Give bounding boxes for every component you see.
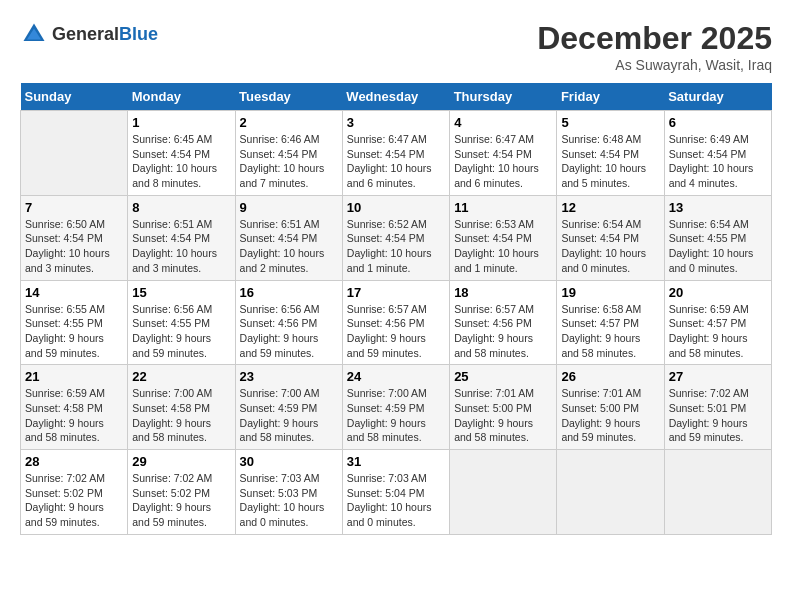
calendar-cell: 16Sunrise: 6:56 AMSunset: 4:56 PMDayligh… [235, 280, 342, 365]
weekday-header-thursday: Thursday [450, 83, 557, 111]
day-info: Sunrise: 7:02 AMSunset: 5:01 PMDaylight:… [669, 386, 767, 445]
day-info: Sunrise: 6:58 AMSunset: 4:57 PMDaylight:… [561, 302, 659, 361]
calendar-cell: 24Sunrise: 7:00 AMSunset: 4:59 PMDayligh… [342, 365, 449, 450]
day-number: 8 [132, 200, 230, 215]
calendar-cell: 30Sunrise: 7:03 AMSunset: 5:03 PMDayligh… [235, 450, 342, 535]
day-number: 4 [454, 115, 552, 130]
day-number: 9 [240, 200, 338, 215]
day-info: Sunrise: 6:53 AMSunset: 4:54 PMDaylight:… [454, 217, 552, 276]
day-info: Sunrise: 7:02 AMSunset: 5:02 PMDaylight:… [25, 471, 123, 530]
day-info: Sunrise: 6:54 AMSunset: 4:54 PMDaylight:… [561, 217, 659, 276]
day-info: Sunrise: 6:48 AMSunset: 4:54 PMDaylight:… [561, 132, 659, 191]
day-info: Sunrise: 7:00 AMSunset: 4:59 PMDaylight:… [347, 386, 445, 445]
day-number: 5 [561, 115, 659, 130]
day-number: 26 [561, 369, 659, 384]
calendar-cell: 3Sunrise: 6:47 AMSunset: 4:54 PMDaylight… [342, 111, 449, 196]
day-number: 28 [25, 454, 123, 469]
location-text: As Suwayrah, Wasit, Iraq [537, 57, 772, 73]
day-number: 1 [132, 115, 230, 130]
day-number: 25 [454, 369, 552, 384]
day-number: 13 [669, 200, 767, 215]
day-info: Sunrise: 6:57 AMSunset: 4:56 PMDaylight:… [347, 302, 445, 361]
day-info: Sunrise: 6:56 AMSunset: 4:55 PMDaylight:… [132, 302, 230, 361]
calendar-cell: 19Sunrise: 6:58 AMSunset: 4:57 PMDayligh… [557, 280, 664, 365]
day-number: 6 [669, 115, 767, 130]
calendar-cell: 11Sunrise: 6:53 AMSunset: 4:54 PMDayligh… [450, 195, 557, 280]
day-info: Sunrise: 7:00 AMSunset: 4:59 PMDaylight:… [240, 386, 338, 445]
weekday-header-saturday: Saturday [664, 83, 771, 111]
day-info: Sunrise: 6:51 AMSunset: 4:54 PMDaylight:… [240, 217, 338, 276]
logo-blue-text: Blue [119, 24, 158, 44]
day-number: 12 [561, 200, 659, 215]
day-info: Sunrise: 6:45 AMSunset: 4:54 PMDaylight:… [132, 132, 230, 191]
day-info: Sunrise: 6:47 AMSunset: 4:54 PMDaylight:… [347, 132, 445, 191]
day-number: 19 [561, 285, 659, 300]
day-number: 15 [132, 285, 230, 300]
day-number: 27 [669, 369, 767, 384]
calendar-cell: 12Sunrise: 6:54 AMSunset: 4:54 PMDayligh… [557, 195, 664, 280]
calendar-cell: 7Sunrise: 6:50 AMSunset: 4:54 PMDaylight… [21, 195, 128, 280]
calendar-cell: 1Sunrise: 6:45 AMSunset: 4:54 PMDaylight… [128, 111, 235, 196]
calendar-week-row: 1Sunrise: 6:45 AMSunset: 4:54 PMDaylight… [21, 111, 772, 196]
calendar-cell: 27Sunrise: 7:02 AMSunset: 5:01 PMDayligh… [664, 365, 771, 450]
weekday-header-sunday: Sunday [21, 83, 128, 111]
calendar-cell: 25Sunrise: 7:01 AMSunset: 5:00 PMDayligh… [450, 365, 557, 450]
logo-icon [20, 20, 48, 48]
calendar-cell: 18Sunrise: 6:57 AMSunset: 4:56 PMDayligh… [450, 280, 557, 365]
weekday-header-friday: Friday [557, 83, 664, 111]
calendar-cell [664, 450, 771, 535]
day-number: 29 [132, 454, 230, 469]
calendar-cell: 26Sunrise: 7:01 AMSunset: 5:00 PMDayligh… [557, 365, 664, 450]
day-info: Sunrise: 7:03 AMSunset: 5:03 PMDaylight:… [240, 471, 338, 530]
month-year-title: December 2025 [537, 20, 772, 57]
day-info: Sunrise: 7:02 AMSunset: 5:02 PMDaylight:… [132, 471, 230, 530]
day-info: Sunrise: 6:46 AMSunset: 4:54 PMDaylight:… [240, 132, 338, 191]
calendar-cell: 22Sunrise: 7:00 AMSunset: 4:58 PMDayligh… [128, 365, 235, 450]
calendar-cell: 17Sunrise: 6:57 AMSunset: 4:56 PMDayligh… [342, 280, 449, 365]
day-number: 20 [669, 285, 767, 300]
day-info: Sunrise: 6:52 AMSunset: 4:54 PMDaylight:… [347, 217, 445, 276]
calendar-week-row: 7Sunrise: 6:50 AMSunset: 4:54 PMDaylight… [21, 195, 772, 280]
calendar-week-row: 14Sunrise: 6:55 AMSunset: 4:55 PMDayligh… [21, 280, 772, 365]
calendar-cell [557, 450, 664, 535]
day-number: 30 [240, 454, 338, 469]
calendar-cell: 13Sunrise: 6:54 AMSunset: 4:55 PMDayligh… [664, 195, 771, 280]
calendar-cell: 23Sunrise: 7:00 AMSunset: 4:59 PMDayligh… [235, 365, 342, 450]
day-number: 31 [347, 454, 445, 469]
calendar-week-row: 28Sunrise: 7:02 AMSunset: 5:02 PMDayligh… [21, 450, 772, 535]
day-number: 18 [454, 285, 552, 300]
logo: GeneralBlue [20, 20, 158, 48]
day-number: 11 [454, 200, 552, 215]
day-number: 23 [240, 369, 338, 384]
calendar-cell: 4Sunrise: 6:47 AMSunset: 4:54 PMDaylight… [450, 111, 557, 196]
day-info: Sunrise: 6:59 AMSunset: 4:57 PMDaylight:… [669, 302, 767, 361]
calendar-cell: 21Sunrise: 6:59 AMSunset: 4:58 PMDayligh… [21, 365, 128, 450]
page-header: GeneralBlue December 2025 As Suwayrah, W… [20, 20, 772, 73]
calendar-cell: 5Sunrise: 6:48 AMSunset: 4:54 PMDaylight… [557, 111, 664, 196]
day-info: Sunrise: 6:55 AMSunset: 4:55 PMDaylight:… [25, 302, 123, 361]
weekday-header-wednesday: Wednesday [342, 83, 449, 111]
weekday-header-row: SundayMondayTuesdayWednesdayThursdayFrid… [21, 83, 772, 111]
day-number: 24 [347, 369, 445, 384]
day-number: 21 [25, 369, 123, 384]
day-info: Sunrise: 7:03 AMSunset: 5:04 PMDaylight:… [347, 471, 445, 530]
day-info: Sunrise: 6:57 AMSunset: 4:56 PMDaylight:… [454, 302, 552, 361]
day-info: Sunrise: 6:49 AMSunset: 4:54 PMDaylight:… [669, 132, 767, 191]
calendar-cell: 15Sunrise: 6:56 AMSunset: 4:55 PMDayligh… [128, 280, 235, 365]
calendar-week-row: 21Sunrise: 6:59 AMSunset: 4:58 PMDayligh… [21, 365, 772, 450]
day-number: 14 [25, 285, 123, 300]
day-info: Sunrise: 6:59 AMSunset: 4:58 PMDaylight:… [25, 386, 123, 445]
day-number: 2 [240, 115, 338, 130]
calendar-cell: 9Sunrise: 6:51 AMSunset: 4:54 PMDaylight… [235, 195, 342, 280]
calendar-cell: 10Sunrise: 6:52 AMSunset: 4:54 PMDayligh… [342, 195, 449, 280]
weekday-header-tuesday: Tuesday [235, 83, 342, 111]
calendar-cell [450, 450, 557, 535]
calendar-cell [21, 111, 128, 196]
day-number: 10 [347, 200, 445, 215]
day-number: 3 [347, 115, 445, 130]
day-info: Sunrise: 6:50 AMSunset: 4:54 PMDaylight:… [25, 217, 123, 276]
day-info: Sunrise: 6:47 AMSunset: 4:54 PMDaylight:… [454, 132, 552, 191]
calendar-cell: 31Sunrise: 7:03 AMSunset: 5:04 PMDayligh… [342, 450, 449, 535]
calendar-cell: 8Sunrise: 6:51 AMSunset: 4:54 PMDaylight… [128, 195, 235, 280]
weekday-header-monday: Monday [128, 83, 235, 111]
